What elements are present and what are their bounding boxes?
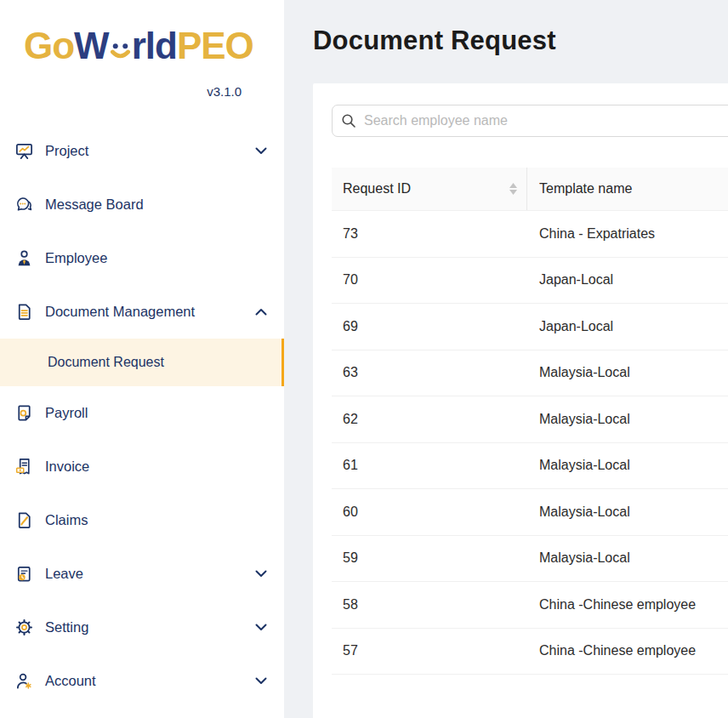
- content-card: Request ID Template name 73China - Expat…: [313, 83, 728, 718]
- column-header-template-name: Template name: [527, 168, 728, 210]
- logo-text-go: Go: [24, 25, 74, 67]
- page-title: Document Request: [313, 26, 556, 56]
- template-name-cell: China -Chinese employee: [527, 597, 728, 613]
- sidebar-item-account[interactable]: Account: [0, 654, 284, 708]
- sidebar-nav: Project Message Board Employee Document …: [0, 124, 284, 708]
- sidebar-item-message-board[interactable]: Message Board: [0, 178, 284, 231]
- request-id-cell: 69: [332, 319, 527, 334]
- payroll-icon: [14, 403, 34, 424]
- document-icon: [14, 302, 34, 322]
- sidebar-item-label: Project: [45, 143, 88, 159]
- table-row[interactable]: 60Malaysia-Local: [332, 489, 728, 536]
- sidebar-item-label: Payroll: [45, 405, 88, 421]
- template-name-cell: China - Expatriates: [527, 226, 728, 242]
- smiley-o-icon: [110, 39, 131, 65]
- table-row[interactable]: 58China -Chinese employee: [332, 582, 728, 629]
- main-content: Document Request Request ID Template nam…: [284, 0, 728, 718]
- table-body: 73China - Expatriates70Japan-Local69Japa…: [332, 211, 728, 675]
- sidebar-item-payroll[interactable]: Payroll: [0, 386, 284, 440]
- request-id-cell: 62: [332, 412, 527, 427]
- column-header-label: Request ID: [343, 181, 411, 197]
- sidebar-item-project[interactable]: Project: [0, 124, 284, 178]
- table-row[interactable]: 63Malaysia-Local: [332, 350, 728, 397]
- chevron-up-icon: [255, 308, 267, 316]
- search-icon: [341, 113, 356, 132]
- column-header-request-id[interactable]: Request ID: [332, 168, 527, 210]
- table-row[interactable]: 61Malaysia-Local: [332, 443, 728, 490]
- chevron-down-icon: [255, 147, 267, 155]
- employee-icon: [14, 248, 34, 269]
- logo-text-rld: rld: [132, 25, 177, 67]
- leave-icon: [14, 564, 34, 584]
- sidebar-item-label: Setting: [45, 619, 88, 635]
- sidebar-item-label: Invoice: [45, 459, 89, 475]
- column-header-label: Template name: [539, 181, 632, 197]
- sidebar-item-label: Leave: [45, 566, 83, 582]
- chevron-down-icon: [255, 624, 267, 631]
- sidebar-item-label: Document Request: [48, 355, 164, 370]
- account-person-gear-icon: [14, 671, 34, 692]
- setting-gear-icon: [14, 618, 34, 638]
- table-row[interactable]: 57China -Chinese employee: [332, 629, 728, 675]
- template-name-cell: Japan-Local: [527, 272, 728, 288]
- sidebar-item-label: Employee: [45, 250, 107, 266]
- sidebar-item-employee[interactable]: Employee: [0, 231, 284, 285]
- table-row[interactable]: 59Malaysia-Local: [332, 536, 728, 583]
- request-id-cell: 60: [332, 504, 527, 520]
- request-id-cell: 57: [332, 643, 527, 658]
- request-id-cell: 70: [332, 272, 527, 288]
- template-name-cell: Malaysia-Local: [527, 458, 728, 473]
- logo-text-peo: PEO: [177, 25, 253, 67]
- template-name-cell: Malaysia-Local: [527, 412, 728, 427]
- template-name-cell: Malaysia-Local: [527, 504, 728, 520]
- chevron-down-icon: [255, 677, 267, 685]
- sidebar-item-setting[interactable]: Setting: [0, 601, 284, 654]
- table-row[interactable]: 62Malaysia-Local: [332, 396, 728, 443]
- invoice-icon: [14, 457, 34, 477]
- sidebar-item-leave[interactable]: Leave: [0, 547, 284, 601]
- chat-bubbles-icon: [14, 195, 34, 215]
- document-request-table: Request ID Template name 73China - Expat…: [332, 168, 728, 675]
- template-name-cell: Japan-Local: [527, 319, 728, 334]
- app-logo: GoWrldPEO: [24, 22, 253, 70]
- claims-icon: [14, 510, 34, 531]
- table-row[interactable]: 73China - Expatriates: [332, 211, 728, 258]
- request-id-cell: 59: [332, 550, 527, 566]
- table-row[interactable]: 69Japan-Local: [332, 304, 728, 350]
- search-box: [332, 105, 728, 137]
- sidebar-item-document-request[interactable]: Document Request: [0, 339, 284, 386]
- presentation-chart-icon: [14, 141, 34, 162]
- logo-text-w: W: [74, 25, 109, 67]
- sidebar: GoWrldPEO v3.1.0 Project Message Board E…: [0, 0, 284, 718]
- request-id-cell: 63: [332, 365, 527, 380]
- sidebar-item-label: Document Management: [45, 304, 195, 320]
- search-input[interactable]: [332, 105, 728, 137]
- sidebar-item-document-management[interactable]: Document Management: [0, 285, 284, 339]
- table-header-row: Request ID Template name: [332, 168, 728, 211]
- table-row[interactable]: 70Japan-Local: [332, 258, 728, 305]
- template-name-cell: Malaysia-Local: [527, 550, 728, 566]
- sort-carets-icon[interactable]: [509, 183, 517, 195]
- app-version: v3.1.0: [207, 84, 242, 99]
- sidebar-item-label: Claims: [45, 512, 88, 528]
- request-id-cell: 58: [332, 597, 527, 613]
- template-name-cell: China -Chinese employee: [527, 643, 728, 658]
- sidebar-item-label: Message Board: [45, 197, 144, 213]
- chevron-down-icon: [255, 570, 267, 578]
- sidebar-item-invoice[interactable]: Invoice: [0, 440, 284, 493]
- request-id-cell: 73: [332, 226, 527, 242]
- request-id-cell: 61: [332, 458, 527, 473]
- template-name-cell: Malaysia-Local: [527, 365, 728, 380]
- sidebar-item-claims[interactable]: Claims: [0, 493, 284, 547]
- sidebar-item-label: Account: [45, 673, 96, 689]
